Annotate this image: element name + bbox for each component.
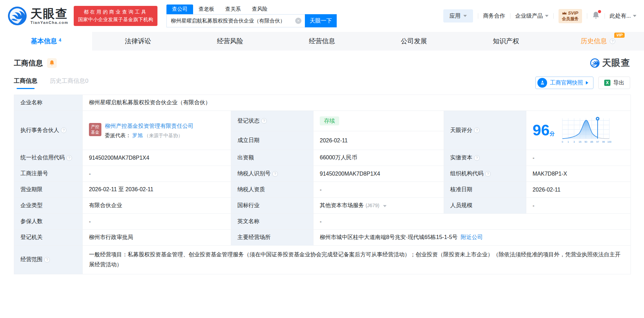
official-snapshot-button[interactable]: 工商官网快照 [535, 77, 593, 89]
search-tabs: 查公司 查老板 查关系 查风险 [166, 5, 337, 14]
capital-label: 出资额 [231, 150, 314, 166]
reg-number-value: - [83, 166, 231, 182]
table-row: 执行事务合伙人 产控 基金 柳州产控基金投资管理有限责任公司 委派代表： 罗旭 … [14, 111, 631, 131]
tab-intellectual-property[interactable]: 知识产权 [460, 32, 552, 51]
notification-bell[interactable] [592, 11, 600, 21]
business-address-value: 柳州市城中区桂中大道南端8号兆安·现代城65栋15-1-5号 附近公司 [314, 230, 631, 246]
tab-history-info[interactable]: VIP 历史信息 [552, 32, 644, 51]
svip-label: SVIP [568, 10, 578, 16]
help-icon[interactable] [66, 155, 72, 161]
table-row: 统一社会信用代码 91450200MAK7D8P1X4 出资额 66000万人民… [14, 150, 631, 166]
help-icon[interactable] [44, 257, 50, 263]
svg-text:0: 0 [562, 141, 563, 143]
notification-dot [598, 10, 601, 13]
user-label: 此处有... [610, 12, 631, 20]
export-button[interactable]: 导出 [598, 77, 630, 89]
industry-code: (J679) [365, 203, 379, 208]
tab-label: 知识产权 [493, 37, 519, 46]
tianyan-score-label: 天眼评分 [444, 111, 526, 150]
help-icon[interactable] [272, 171, 278, 177]
watermark-brand: 天眼查 [602, 57, 630, 69]
tab-label: 公司发展 [401, 37, 427, 46]
svip-member-button[interactable]: SVIP 会员服务 [559, 9, 582, 23]
help-icon[interactable] [261, 118, 267, 124]
bell-icon [49, 60, 55, 66]
subtab-history-business-info[interactable]: 历史工商信息0 [50, 77, 88, 89]
company-nav-tabs: 基本信息 4 法律诉讼 经营风险 经营信息 公司发展 知识产权 VIP 历史信息 [0, 32, 644, 51]
tab-operating-risk[interactable]: 经营风险 [184, 32, 276, 51]
paid-capital-value: - [526, 150, 631, 166]
help-icon[interactable] [474, 155, 480, 161]
help-icon[interactable] [61, 127, 66, 133]
staff-size-label: 人员规模 [444, 198, 526, 214]
crown-icon [562, 11, 567, 15]
excel-icon [604, 80, 610, 86]
company-type-label: 企业类型 [14, 198, 83, 214]
business-term-label: 营业期限 [14, 182, 83, 198]
brand-name: 天眼查 [30, 8, 68, 19]
help-icon[interactable] [610, 38, 615, 44]
staff-size-value: - [526, 198, 631, 214]
link-enterprise-products[interactable]: 企业级产品 [515, 12, 548, 20]
delegate-person-link[interactable]: 罗旭 [132, 132, 143, 138]
registration-status-value: 存续 [314, 111, 444, 131]
apps-menu[interactable]: 应用 [443, 9, 473, 23]
nearby-companies-link[interactable]: 附近公司 [461, 234, 483, 240]
tab-basic-info[interactable]: 基本信息 4 [0, 32, 92, 51]
promo-line-2: 国家中小企业发展子基金旗下机构 [78, 16, 153, 24]
user-menu[interactable]: 此处有... [610, 12, 636, 20]
subtab-label: 历史工商信息 [50, 78, 85, 84]
help-icon[interactable] [485, 171, 491, 177]
svg-text:100: 100 [607, 141, 611, 143]
address-text: 柳州市城中区桂中大道南端8号兆安·现代城65栋15-1-5号 [320, 234, 457, 240]
tianyancha-swirl-icon [8, 6, 27, 26]
org-code-label: 组织机构代码 [444, 166, 526, 182]
svg-text:85: 85 [590, 141, 593, 143]
score-unit: 分 [550, 131, 555, 136]
company-name-value: 柳州星曜启航私募股权投资合伙企业（有限合伙） [83, 95, 631, 111]
export-button-label: 导出 [613, 79, 624, 87]
tab-label: 经营风险 [217, 37, 243, 46]
main-content: 工商信息 天眼查 工商信息 历史工商信息0 [0, 51, 644, 274]
tianyancha-logo[interactable]: 天眼查 TianYanCha.com [8, 6, 68, 26]
arrow-right-icon [586, 81, 588, 85]
credit-code-label: 统一社会信用代码 [14, 150, 83, 166]
chevron-down-icon[interactable] [383, 205, 387, 207]
search-tab-risk[interactable]: 查风险 [246, 5, 273, 14]
business-scope-value: 一般经营项目：私募股权投资基金管理、创业投资基金管理服务（须在中国证券投资基金业… [83, 246, 631, 274]
divider [605, 13, 605, 19]
tab-operating-info[interactable]: 经营信息 [276, 32, 368, 51]
subtab-business-info[interactable]: 工商信息 [14, 77, 37, 89]
tab-company-development[interactable]: 公司发展 [368, 32, 460, 51]
tab-label: 法律诉讼 [125, 37, 151, 46]
link-business-cooperation[interactable]: 商务合作 [483, 12, 505, 20]
registration-authority-label: 登记机关 [14, 230, 83, 246]
registration-status-label: 登记状态 [231, 111, 314, 131]
tab-legal[interactable]: 法律诉讼 [92, 32, 184, 51]
table-row: 登记机关 柳州市行政审批局 主要经营场所 柳州市城中区桂中大道南端8号兆安·现代… [14, 230, 631, 246]
reg-number-label: 工商注册号 [14, 166, 83, 182]
business-info-table: 企业名称 柳州星曜启航私募股权投资合伙企业（有限合伙） 执行事务合伙人 产控 基… [14, 95, 631, 274]
search-tab-boss[interactable]: 查老板 [193, 5, 220, 14]
delegate-label: 委派代表： [105, 132, 131, 138]
top-header: 天眼查 TianYanCha.com 都在用的商业查询工具 国家中小企业发展子基… [0, 0, 644, 32]
tianyancha-watermark: 天眼查 [590, 57, 630, 69]
partner-company-link[interactable]: 柳州产控基金投资管理有限责任公司 [105, 122, 193, 131]
tab-label: 经营信息 [309, 37, 335, 46]
clear-search-icon[interactable] [295, 18, 301, 24]
subscribe-bell-button[interactable] [47, 58, 57, 68]
svg-text:15: 15 [579, 141, 581, 143]
capital-value: 66000万人民币 [314, 150, 444, 166]
svip-sub-label: 会员服务 [562, 16, 579, 22]
search-button[interactable]: 天眼一下 [305, 14, 337, 27]
search-tab-company[interactable]: 查公司 [166, 5, 193, 14]
search-input[interactable] [166, 14, 305, 27]
table-row: 企业名称 柳州星曜启航私募股权投资合伙企业（有限合伙） [14, 95, 631, 111]
search-area: 查公司 查老板 查关系 查风险 天眼一下 [166, 5, 337, 27]
english-name-value: - [314, 214, 631, 230]
chevron-down-icon [463, 15, 467, 17]
executive-partner-cell: 产控 基金 柳州产控基金投资管理有限责任公司 委派代表： 罗旭 （来源于中基协） [83, 111, 231, 150]
help-icon[interactable] [474, 127, 480, 133]
insured-count-value: - [83, 214, 231, 230]
search-tab-relation[interactable]: 查关系 [220, 5, 246, 14]
